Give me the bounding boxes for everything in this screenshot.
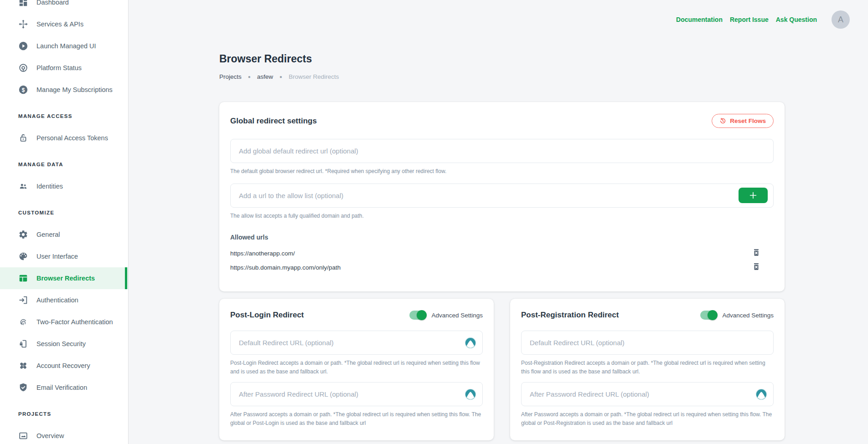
sidebar-item-general[interactable]: General <box>0 224 128 245</box>
dollar-circle-icon: $ <box>18 85 28 95</box>
history-icon <box>719 117 726 124</box>
breadcrumb-project-name[interactable]: asfew <box>257 73 273 80</box>
sidebar-item-label: Two-Factor Authentication <box>36 318 113 326</box>
breadcrumb-separator: ● <box>248 74 251 79</box>
lock-open-icon <box>18 133 28 143</box>
avatar[interactable]: A <box>832 10 850 29</box>
advanced-settings-label: Advanced Settings <box>722 312 774 319</box>
sidebar-item-label: User Interface <box>36 253 78 260</box>
sidebar-item-label: Account Recovery <box>36 362 90 369</box>
delete-url-button[interactable] <box>752 248 761 258</box>
allowed-url-row: https://sub.domain.myapp.com/only/path <box>230 262 774 272</box>
sidebar-item-label: Personal Access Tokens <box>36 134 108 142</box>
browser-icon <box>18 273 28 283</box>
palette-icon <box>18 251 28 261</box>
post-registration-default-redirect-helper: Post-Registration Redirect accepts a dom… <box>521 359 774 376</box>
global-default-redirect-helper: The default global browser redirect url.… <box>230 167 774 176</box>
sidebar-item-browser-redirects[interactable]: Browser Redirects <box>0 267 128 289</box>
documentation-link[interactable]: Documentation <box>676 16 723 23</box>
sidebar-item-two-factor-authentication[interactable]: Two-Factor Authentication <box>0 311 128 333</box>
sidebar-item-label: Session Security <box>36 340 86 347</box>
global-default-redirect-input[interactable] <box>230 139 774 163</box>
bandage-icon <box>18 361 28 371</box>
allowed-url-row: https://anotherapp.com/ <box>230 248 774 258</box>
post-registration-after-password-helper: After Password accepts a domain or path.… <box>521 410 774 427</box>
delete-url-button[interactable] <box>752 262 761 272</box>
sidebar-item-overview[interactable]: Overview <box>0 425 128 444</box>
breadcrumb-current: Browser Redirects <box>289 73 339 80</box>
global-redirect-settings-card: Global redirect settings Reset Flows The… <box>219 102 785 291</box>
post-login-after-password-input[interactable] <box>230 382 483 406</box>
breadcrumb-projects[interactable]: Projects <box>219 73 242 80</box>
flow-cards-row: Post-Login Redirect Advanced Settings Po… <box>219 299 785 440</box>
sidebar-item-label: Launch Managed UI <box>36 42 96 50</box>
post-registration-redirect-card: Post-Registration Redirect Advanced Sett… <box>510 299 785 440</box>
reset-flows-label: Reset Flows <box>730 117 766 124</box>
sidebar-item-label: Authentication <box>36 296 78 304</box>
post-registration-after-password-input[interactable] <box>521 382 774 406</box>
breadcrumb-separator: ● <box>279 74 282 79</box>
add-url-button[interactable] <box>739 188 768 203</box>
sidebar-item-label: Platform Status <box>36 64 82 71</box>
post-login-after-password-helper: After Password accepts a domain or path.… <box>230 410 483 427</box>
sidebar-section-manage-data: MANAGE DATA <box>0 153 128 175</box>
post-login-default-redirect-input[interactable] <box>230 331 483 355</box>
sidebar-item-session-security[interactable]: Session Security <box>0 333 128 355</box>
report-issue-link[interactable]: Report Issue <box>730 16 769 23</box>
sidebar-section-projects: PROJECTS <box>0 403 128 425</box>
sidebar-item-account-recovery[interactable]: Account Recovery <box>0 355 128 377</box>
sidebar-nav-list: Dashboard Services & APIs Launch Managed… <box>0 0 128 444</box>
allow-list-input[interactable] <box>230 184 774 208</box>
dashboard-icon <box>18 0 28 7</box>
sidebar-item-identities[interactable]: Identities <box>0 175 128 197</box>
advanced-settings-label: Advanced Settings <box>431 312 483 319</box>
image-icon <box>18 431 28 441</box>
sidebar-item-personal-access-tokens[interactable]: Personal Access Tokens <box>0 127 128 149</box>
svg-text:$: $ <box>22 87 25 93</box>
allow-list-helper: The allow list accepts a fully qualified… <box>230 212 774 220</box>
topbar: Documentation Report Issue Ask Question … <box>129 0 868 39</box>
sidebar-item-label: Identities <box>36 183 63 190</box>
post-login-card-title: Post-Login Redirect <box>230 311 304 320</box>
sidebar-item-launch-managed-ui[interactable]: Launch Managed UI <box>0 35 128 57</box>
post-registration-default-redirect-input[interactable] <box>521 331 774 355</box>
page-content: Browser Redirects Projects ● asfew ● Bro… <box>129 53 785 440</box>
fingerprint-icon <box>18 317 28 327</box>
post-login-redirect-card: Post-Login Redirect Advanced Settings Po… <box>219 299 494 440</box>
sidebar-item-label: Overview <box>36 432 64 439</box>
advanced-settings-toggle[interactable] <box>409 311 426 320</box>
breadcrumb: Projects ● asfew ● Browser Redirects <box>219 73 785 80</box>
global-card-title: Global redirect settings <box>230 117 317 126</box>
ask-question-link[interactable]: Ask Question <box>776 16 817 23</box>
services-icon <box>18 19 28 29</box>
post-login-default-redirect-helper: Post-Login Redirect accepts a domain or … <box>230 359 483 376</box>
page-title: Browser Redirects <box>219 53 785 65</box>
toggle-knob <box>708 310 718 320</box>
advanced-settings-toggle[interactable] <box>700 311 717 320</box>
main-area: Documentation Report Issue Ask Question … <box>129 0 868 444</box>
sidebar-section-customize: CUSTOMIZE <box>0 202 128 224</box>
sidebar-item-platform-status[interactable]: Platform Status <box>0 57 128 79</box>
allowed-url-text: https://sub.domain.myapp.com/only/path <box>230 264 341 271</box>
sidebar-item-label: General <box>36 231 60 238</box>
sidebar-item-services-apis[interactable]: Services & APIs <box>0 13 128 35</box>
login-icon <box>18 295 28 305</box>
sidebar-item-label: Manage My Subscriptions <box>36 86 113 93</box>
sidebar: Dashboard Services & APIs Launch Managed… <box>0 0 129 444</box>
reset-flows-button[interactable]: Reset Flows <box>712 114 774 128</box>
sidebar-item-email-verification[interactable]: Email Verification <box>0 377 128 398</box>
play-circle-icon <box>18 41 28 51</box>
sidebar-item-dashboard[interactable]: Dashboard <box>0 0 128 13</box>
device-lock-icon <box>18 339 28 349</box>
sidebar-item-label: Email Verification <box>36 384 87 391</box>
plus-icon <box>748 190 758 200</box>
sidebar-item-manage-subscriptions[interactable]: $ Manage My Subscriptions <box>0 79 128 101</box>
allowed-urls-title: Allowed urls <box>230 234 774 241</box>
sidebar-item-label: Browser Redirects <box>36 275 95 282</box>
people-icon <box>18 181 28 191</box>
sidebar-item-label: Dashboard <box>36 0 69 6</box>
post-registration-card-title: Post-Registration Redirect <box>521 311 619 320</box>
sidebar-item-user-interface[interactable]: User Interface <box>0 245 128 267</box>
shield-check-icon <box>18 383 28 393</box>
sidebar-item-authentication[interactable]: Authentication <box>0 289 128 311</box>
